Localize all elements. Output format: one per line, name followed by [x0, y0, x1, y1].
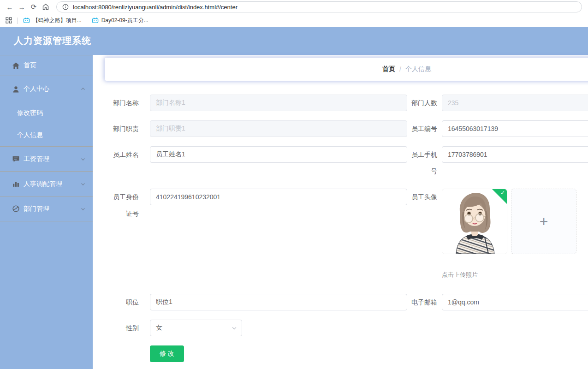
- sidebar-item-department[interactable]: 部门管理: [0, 196, 93, 221]
- home-icon[interactable]: [40, 1, 52, 13]
- chevron-down-icon: [232, 325, 237, 331]
- position-label: 职位: [107, 294, 150, 310]
- bookmark-item[interactable]: 【码神之路】项目...: [23, 17, 82, 24]
- employee-name-input[interactable]: [150, 146, 407, 163]
- gender-select-value: 女: [156, 324, 162, 332]
- page-info-icon[interactable]: [62, 4, 69, 10]
- email-label: 电子邮箱: [407, 294, 442, 310]
- address-bar[interactable]: localhost:8080/renliziyuanguanli/admin/d…: [56, 1, 582, 12]
- chevron-down-icon: [81, 182, 85, 186]
- back-icon[interactable]: ←: [4, 1, 16, 13]
- pie-chart-icon: [12, 205, 20, 213]
- breadcrumb: 首页 / 个人信息: [105, 58, 588, 81]
- dept-name-label: 部门名称: [107, 95, 150, 111]
- bookmark-item[interactable]: Day02-09-员工分...: [92, 17, 148, 24]
- main-content: 首页 / 个人信息 部门名称 部门人数 部门职责: [93, 55, 588, 369]
- sidebar-item-salary[interactable]: 工资管理: [0, 147, 93, 172]
- chevron-up-icon: [81, 87, 85, 91]
- personal-info-form: 部门名称 部门人数 部门职责 员工编号: [93, 95, 588, 362]
- sidebar-subitem-label: 个人信息: [17, 131, 43, 139]
- employee-no-input[interactable]: [442, 120, 588, 137]
- bilibili-icon: [92, 17, 99, 24]
- bookmark-label: Day02-09-员工分...: [101, 17, 148, 24]
- sidebar-item-home[interactable]: 首页: [0, 55, 93, 76]
- modify-button[interactable]: 修 改: [150, 345, 184, 362]
- plus-icon: +: [540, 214, 548, 229]
- bilibili-icon: [23, 17, 30, 24]
- sidebar-item-label: 个人中心: [24, 85, 49, 93]
- dept-name-input: [150, 95, 407, 111]
- chevron-down-icon: [81, 207, 85, 211]
- upload-hint: 点击上传照片: [442, 271, 576, 279]
- dept-duty-input: [150, 120, 407, 137]
- app-title: 人力资源管理系统: [14, 35, 91, 47]
- bookmarks-separator: |: [17, 17, 18, 24]
- gender-select[interactable]: 女: [150, 320, 242, 336]
- employee-avatar-label: 员工头像: [407, 189, 442, 205]
- gender-label: 性别: [107, 320, 150, 336]
- sidebar-subitem-change-password[interactable]: 修改密码: [0, 102, 93, 124]
- employee-id-label: 员工身份证号: [107, 189, 150, 222]
- avatar-upload-box[interactable]: +: [511, 189, 576, 254]
- apps-grid-icon[interactable]: [6, 17, 12, 24]
- url-text: localhost:8080/renliziyuanguanli/admin/d…: [73, 4, 238, 11]
- home-icon: [12, 62, 20, 70]
- avatar-photo[interactable]: ✓: [442, 189, 507, 254]
- employee-no-label: 员工编号: [407, 120, 442, 137]
- message-icon: [12, 155, 20, 163]
- sidebar-subitem-label: 修改密码: [17, 109, 43, 117]
- sidebar-item-label: 首页: [24, 61, 36, 70]
- position-input[interactable]: [150, 294, 407, 310]
- sidebar-item-hr-allocation[interactable]: 人事调配管理: [0, 172, 93, 196]
- sidebar-item-label: 工资管理: [24, 155, 49, 163]
- breadcrumb-current: 个人信息: [405, 65, 431, 73]
- employee-phone-input[interactable]: [442, 146, 588, 163]
- dept-count-input: [442, 95, 588, 111]
- browser-chrome: ← → ⟳ localhost:8080/renliziyuanguanli/a…: [0, 0, 588, 27]
- employee-name-label: 员工姓名: [107, 146, 150, 163]
- chevron-down-icon: [81, 157, 85, 161]
- sidebar: 首页 个人中心 修改密码 个人信息 工资管理: [0, 55, 93, 369]
- dept-count-label: 部门人数: [407, 95, 442, 111]
- sidebar-item-label: 部门管理: [24, 205, 49, 213]
- breadcrumb-home-link[interactable]: 首页: [382, 65, 395, 73]
- dept-duty-label: 部门职责: [107, 120, 150, 137]
- bookmarks-bar: | 【码神之路】项目... Day02-09-员工分...: [0, 14, 588, 27]
- check-icon: ✓: [500, 190, 505, 196]
- bar-chart-icon: [12, 180, 20, 188]
- sidebar-item-personal-center[interactable]: 个人中心: [0, 76, 93, 102]
- user-icon: [12, 85, 20, 93]
- employee-phone-label: 员工手机号: [407, 146, 442, 179]
- app-header: 人力资源管理系统: [0, 27, 588, 55]
- employee-id-input[interactable]: [150, 189, 407, 205]
- bookmark-label: 【码神之路】项目...: [33, 17, 82, 24]
- forward-icon[interactable]: →: [16, 1, 28, 13]
- email-input[interactable]: [442, 294, 588, 310]
- sidebar-item-label: 人事调配管理: [24, 180, 62, 188]
- browser-toolbar: ← → ⟳ localhost:8080/renliziyuanguanli/a…: [0, 0, 588, 14]
- breadcrumb-separator: /: [399, 65, 401, 73]
- sidebar-subitem-personal-info[interactable]: 个人信息: [0, 124, 93, 146]
- reload-icon[interactable]: ⟳: [28, 1, 40, 13]
